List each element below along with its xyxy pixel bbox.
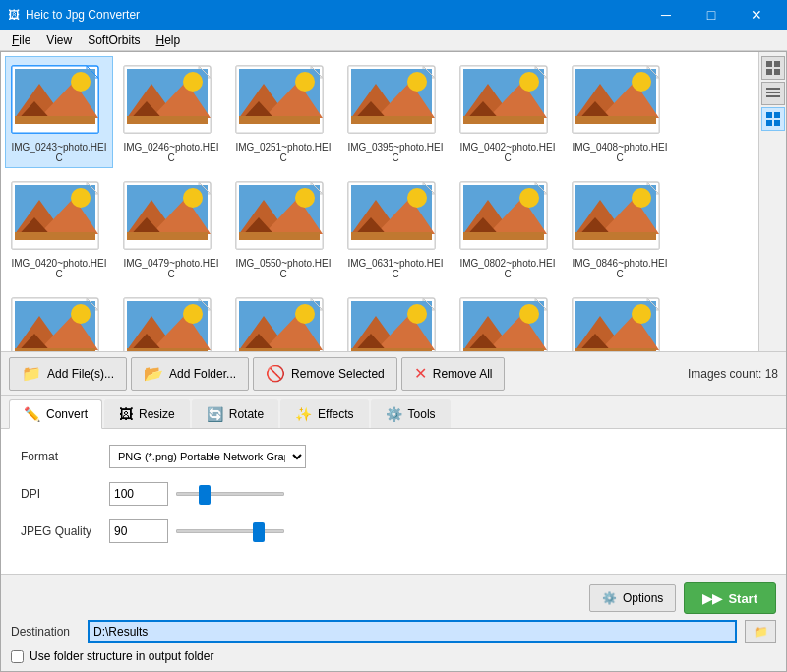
svg-point-108 <box>519 188 539 208</box>
file-grid-container: IMG_0243~photo.HEIC IMG_0246~photo.HEIC <box>1 52 786 352</box>
file-item[interactable]: IMG_0246~photo.HEIC <box>117 56 225 168</box>
add-files-button[interactable]: 📁 Add File(s)... <box>9 357 127 391</box>
maximize-button[interactable]: □ <box>689 0 734 30</box>
svg-rect-167 <box>463 348 544 352</box>
file-item[interactable]: IMG_0550~photo.HEIC <box>229 172 337 284</box>
tab-content-convert: Format PNG (*.png) Portable Network Grap… <box>1 429 786 574</box>
start-button[interactable]: ▶▶ Start <box>684 582 776 614</box>
destination-input[interactable] <box>88 620 737 643</box>
svg-rect-97 <box>351 232 432 240</box>
svg-rect-67 <box>15 232 95 240</box>
tab-convert[interactable]: ✏️ Convert <box>9 399 102 429</box>
destination-label: Destination <box>11 625 80 639</box>
tab-rotate[interactable]: 🔄 Rotate <box>192 399 278 428</box>
browse-button[interactable]: 📁 <box>745 620 776 643</box>
dpi-input[interactable] <box>109 482 168 506</box>
svg-point-38 <box>407 72 427 92</box>
file-item[interactable]: IMG_0802~photo.HEIC <box>454 172 562 284</box>
file-label: IMG_0550~photo.HEIC <box>234 258 333 279</box>
file-label: IMG_0802~photo.HEIC <box>458 258 557 279</box>
svg-point-138 <box>183 304 203 324</box>
options-button[interactable]: ⚙️ Options <box>589 584 676 612</box>
svg-rect-181 <box>774 61 780 67</box>
file-item[interactable]: IMG_0xxx~photo.HEIC <box>5 288 113 351</box>
tabs-panel: ✏️ Convert 🖼 Resize 🔄 Rotate ✨ Effects ⚙… <box>1 396 786 574</box>
file-label: IMG_0408~photo.HEIC <box>571 142 669 163</box>
dpi-slider-thumb[interactable] <box>199 485 211 505</box>
svg-rect-189 <box>766 120 772 126</box>
close-button[interactable]: ✕ <box>734 0 779 30</box>
svg-point-148 <box>295 304 315 324</box>
view-list-button[interactable] <box>761 82 785 105</box>
jpeg-quality-row: JPEG Quality <box>21 519 766 543</box>
add-folder-icon: 📂 <box>144 364 163 383</box>
svg-rect-177 <box>575 348 656 352</box>
jpeg-quality-slider-track <box>176 529 284 533</box>
svg-rect-107 <box>463 232 544 240</box>
menu-help[interactable]: Help <box>149 31 189 49</box>
menu-file[interactable]: File <box>4 31 38 49</box>
svg-point-178 <box>632 304 651 324</box>
svg-rect-180 <box>766 61 772 67</box>
bottom-area: ⚙️ Options ▶▶ Start Destination 📁 Use fo… <box>1 574 786 671</box>
svg-rect-186 <box>766 95 780 97</box>
start-icon: ▶▶ <box>702 591 722 606</box>
file-item[interactable]: IMG_0ccc~photo.HEIC <box>566 288 674 351</box>
svg-point-118 <box>632 188 651 208</box>
minimize-button[interactable]: ─ <box>643 0 689 30</box>
svg-rect-157 <box>351 348 432 352</box>
view-large-button[interactable] <box>761 107 785 131</box>
view-thumbnails-button[interactable] <box>761 56 785 80</box>
file-item[interactable]: IMG_0243~photo.HEIC <box>5 56 113 168</box>
jpeg-quality-slider-thumb[interactable] <box>253 522 265 542</box>
svg-point-48 <box>519 72 539 92</box>
format-select[interactable]: PNG (*.png) Portable Network Graphics JP… <box>109 445 306 468</box>
file-item[interactable]: IMG_0395~photo.HEIC <box>341 56 450 168</box>
svg-rect-127 <box>15 348 95 352</box>
tab-resize[interactable]: 🖼 Resize <box>104 399 190 428</box>
title-bar-left: 🖼 Heic to Jpg Converter <box>8 8 140 22</box>
file-item[interactable]: IMG_0zzz~photo.HEIC <box>229 288 337 351</box>
remove-selected-button[interactable]: 🚫 Remove Selected <box>253 357 397 391</box>
format-label: Format <box>21 450 109 463</box>
file-item[interactable]: IMG_0bbb~photo.HEIC <box>454 288 562 351</box>
add-folder-button[interactable]: 📂 Add Folder... <box>131 357 249 391</box>
dpi-label: DPI <box>21 487 109 501</box>
convert-icon: ✏️ <box>24 406 40 422</box>
svg-rect-87 <box>239 232 320 240</box>
file-item[interactable]: IMG_0251~photo.HEIC <box>229 56 337 168</box>
file-item[interactable]: IMG_0420~photo.HEIC <box>5 172 113 284</box>
remove-selected-icon: 🚫 <box>266 364 285 383</box>
tools-icon: ⚙️ <box>386 406 402 422</box>
file-label: IMG_0846~photo.HEIC <box>571 258 669 279</box>
file-item[interactable]: IMG_0aaa~photo.HEIC <box>341 288 450 351</box>
tab-tools[interactable]: ⚙️ Tools <box>371 399 451 428</box>
file-label: IMG_0243~photo.HEIC <box>10 142 108 163</box>
file-item[interactable]: IMG_0408~photo.HEIC <box>566 56 674 168</box>
bottom-buttons-row: ⚙️ Options ▶▶ Start <box>11 582 776 614</box>
images-count: Images count: 18 <box>688 367 778 381</box>
svg-rect-117 <box>575 232 656 240</box>
svg-rect-47 <box>463 116 544 124</box>
svg-point-28 <box>295 72 315 92</box>
menu-softorbits[interactable]: SoftOrbits <box>80 31 148 49</box>
menu-view[interactable]: View <box>38 31 80 49</box>
remove-all-button[interactable]: ✕ Remove All <box>401 357 506 391</box>
tab-effects[interactable]: ✨ Effects <box>280 399 368 428</box>
svg-rect-185 <box>766 92 780 93</box>
svg-point-168 <box>519 304 539 324</box>
file-item[interactable]: IMG_0402~photo.HEIC <box>454 56 562 168</box>
effects-icon: ✨ <box>295 406 312 422</box>
file-label: IMG_0420~photo.HEIC <box>10 258 108 279</box>
menu-bar: File View SoftOrbits Help <box>0 30 787 51</box>
tabs-header: ✏️ Convert 🖼 Resize 🔄 Rotate ✨ Effects ⚙… <box>1 396 786 429</box>
jpeg-quality-input[interactable] <box>109 519 168 543</box>
file-item[interactable]: IMG_0yyy~photo.HEIC <box>117 288 225 351</box>
app-icon: 🖼 <box>8 8 20 22</box>
file-item[interactable]: IMG_0846~photo.HEIC <box>566 172 674 284</box>
file-item[interactable]: IMG_0479~photo.HEIC <box>117 172 225 284</box>
svg-rect-7 <box>15 116 95 124</box>
file-item[interactable]: IMG_0631~photo.HEIC <box>341 172 450 284</box>
folder-structure-checkbox[interactable] <box>11 650 24 663</box>
svg-point-78 <box>183 188 203 208</box>
